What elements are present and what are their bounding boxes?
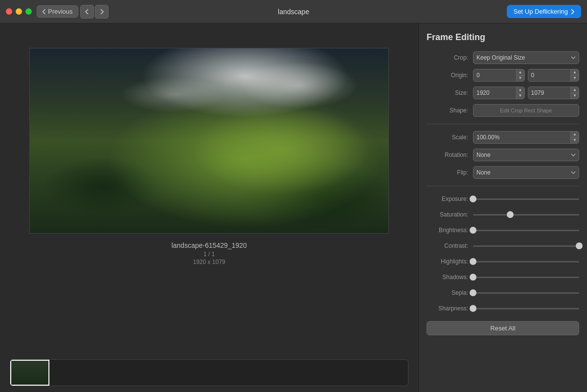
crop-row: Crop: Keep Original Size <box>427 51 579 64</box>
slider-row-3: Contrast: <box>427 240 579 252</box>
deflicker-label: Set Up Deflickering <box>514 8 568 15</box>
nav-back-button[interactable] <box>80 5 94 19</box>
slider-row-6: Sepia: <box>427 287 579 299</box>
traffic-lights <box>6 8 32 15</box>
size-w-box[interactable]: ▲ ▼ <box>473 87 525 99</box>
crop-value: Keep Original Size <box>476 54 525 61</box>
slider-thumb-3[interactable] <box>576 242 583 249</box>
scale-up[interactable]: ▲ <box>571 131 579 138</box>
slider-thumb-7[interactable] <box>470 305 476 312</box>
origin-x-box[interactable]: ▲ ▼ <box>473 69 525 82</box>
slider-track-2[interactable] <box>473 230 579 231</box>
slider-row-2: Brightness: <box>427 224 579 236</box>
shape-button[interactable]: Edit Crop Rect Shape <box>473 104 579 117</box>
image-filename: landscape-615429_1920 <box>171 241 247 249</box>
origin-y-input[interactable] <box>528 72 571 79</box>
slider-track-6[interactable] <box>473 292 579 294</box>
section-title: Frame Editing <box>427 32 579 43</box>
slider-track-0[interactable] <box>473 198 579 200</box>
size-label: Size: <box>427 89 468 96</box>
slider-thumb-0[interactable] <box>470 196 476 202</box>
slider-label-5: Shadows: <box>427 274 468 281</box>
origin-inputs: ▲ ▼ ▲ ▼ <box>473 69 579 82</box>
nav-forward-button[interactable] <box>95 5 109 19</box>
landscape-image <box>30 48 388 233</box>
slider-row-0: Exposure: <box>427 193 579 205</box>
scale-down[interactable]: ▼ <box>571 138 579 144</box>
origin-x-down[interactable]: ▼ <box>517 76 524 82</box>
previous-label: Previous <box>48 8 73 15</box>
sliders-container: Exposure:Saturation:Brightness:Contrast:… <box>427 193 579 314</box>
shape-row: Shape: Edit Crop Rect Shape <box>427 104 579 117</box>
close-button[interactable] <box>6 8 12 15</box>
divider-1 <box>427 124 579 124</box>
slider-row-7: Sharpness: <box>427 303 579 314</box>
previous-button[interactable]: Previous <box>37 5 78 18</box>
slider-thumb-4[interactable] <box>470 258 476 265</box>
origin-x-input[interactable] <box>474 72 516 79</box>
slider-track-4[interactable] <box>473 261 579 262</box>
chevron-down-icon <box>571 171 576 174</box>
divider-2 <box>427 186 579 186</box>
nav-arrows <box>80 5 109 19</box>
filmstrip-thumb[interactable] <box>10 360 49 386</box>
image-container <box>29 48 389 234</box>
origin-y-stepper: ▲ ▼ <box>570 69 579 81</box>
slider-row-5: Shadows: <box>427 271 579 283</box>
size-inputs: ▲ ▼ ▲ ▼ <box>473 87 579 99</box>
fullscreen-button[interactable] <box>25 8 32 15</box>
image-dimensions: 1920 x 1079 <box>171 259 247 265</box>
origin-x-up[interactable]: ▲ <box>517 69 524 76</box>
size-h-input[interactable] <box>528 89 571 96</box>
size-h-down[interactable]: ▼ <box>571 93 579 99</box>
size-w-down[interactable]: ▼ <box>517 93 524 99</box>
slider-label-0: Exposure: <box>427 196 468 202</box>
image-info: landscape-615429_1920 1 / 1 1920 x 1079 <box>171 241 247 265</box>
slider-label-6: Sepia: <box>427 289 468 296</box>
arrow-left-icon <box>85 9 89 15</box>
chevron-down-icon <box>571 56 576 59</box>
titlebar: Previous landscape Set Up Deflickering <box>0 0 587 23</box>
chevron-down-icon <box>571 153 576 156</box>
size-h-up[interactable]: ▲ <box>571 87 579 93</box>
shape-label: Shape: <box>427 107 468 114</box>
slider-row-4: Highlights: <box>427 256 579 267</box>
chevron-left-icon <box>42 9 46 15</box>
left-panel: landscape-615429_1920 1 / 1 1920 x 1079 <box>0 23 418 392</box>
rotation-select[interactable]: None <box>473 149 579 161</box>
slider-thumb-6[interactable] <box>470 289 476 296</box>
reset-all-button[interactable]: Reset All <box>427 321 579 335</box>
right-panel: Frame Editing Crop: Keep Original Size O… <box>418 23 587 392</box>
origin-y-up[interactable]: ▲ <box>571 69 579 76</box>
slider-track-1[interactable] <box>473 214 579 216</box>
crop-select[interactable]: Keep Original Size <box>473 51 579 64</box>
size-w-input[interactable] <box>474 89 516 96</box>
slider-thumb-5[interactable] <box>470 274 476 281</box>
slider-track-7[interactable] <box>473 308 579 309</box>
scale-box[interactable]: ▲ ▼ <box>473 131 579 144</box>
minimize-button[interactable] <box>16 8 22 15</box>
flip-value: None <box>476 169 491 176</box>
size-w-up[interactable]: ▲ <box>517 87 524 93</box>
slider-label-4: Highlights: <box>427 258 468 265</box>
size-h-box[interactable]: ▲ ▼ <box>528 87 580 99</box>
flip-select[interactable]: None <box>473 166 579 179</box>
scale-input[interactable] <box>474 134 570 141</box>
rotation-row: Rotation: None <box>427 149 579 161</box>
slider-track-3[interactable] <box>473 245 579 247</box>
origin-y-box[interactable]: ▲ ▼ <box>528 69 580 82</box>
slider-thumb-2[interactable] <box>470 227 476 234</box>
slider-label-2: Brightness: <box>427 227 468 234</box>
filmstrip[interactable] <box>10 359 408 386</box>
slider-label-1: Saturation: <box>427 211 468 218</box>
chevron-right-icon <box>570 9 574 15</box>
slider-track-5[interactable] <box>473 277 579 278</box>
image-counter: 1 / 1 <box>171 251 247 258</box>
slider-thumb-1[interactable] <box>507 211 514 218</box>
scale-label: Scale: <box>427 134 468 141</box>
origin-y-down[interactable]: ▼ <box>571 76 579 82</box>
deflicker-button[interactable]: Set Up Deflickering <box>507 5 581 18</box>
titlebar-title: landscape <box>278 8 309 16</box>
origin-row: Origin: ▲ ▼ ▲ ▼ <box>427 69 579 82</box>
size-row: Size: ▲ ▼ ▲ ▼ <box>427 87 579 99</box>
